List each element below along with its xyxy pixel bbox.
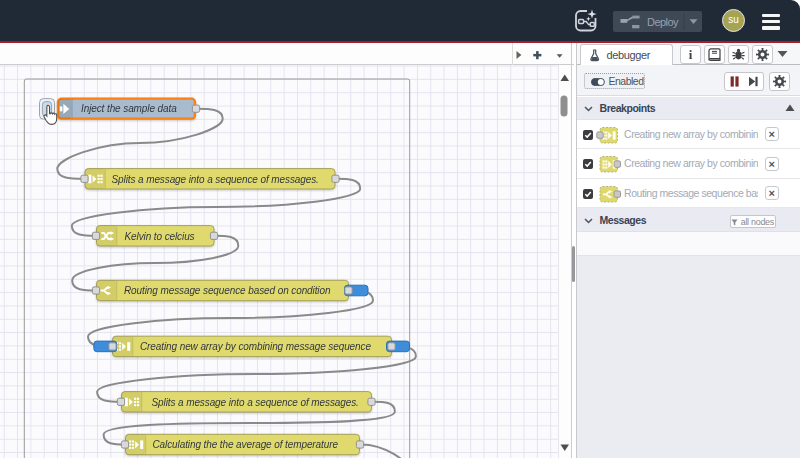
svg-text:Routing message sequence based: Routing message sequence based on condit…: [124, 285, 331, 296]
svg-text:Splits a message into a sequen: Splits a message into a sequence of mess…: [112, 174, 319, 185]
svg-text:Calculating the the average of: Calculating the the average of temperatu…: [153, 439, 339, 450]
svg-text:Kelvin to celcius: Kelvin to celcius: [125, 231, 195, 242]
svg-text:i: i: [688, 48, 692, 62]
svg-text:Splits a message into a sequen: Splits a message into a sequence of mess…: [152, 397, 359, 408]
svg-text:Deploy: Deploy: [647, 16, 679, 28]
svg-text:Creating new array by combinin: Creating new array by combining message …: [140, 341, 371, 352]
svg-text:Inject the sample data: Inject the sample data: [81, 103, 177, 114]
